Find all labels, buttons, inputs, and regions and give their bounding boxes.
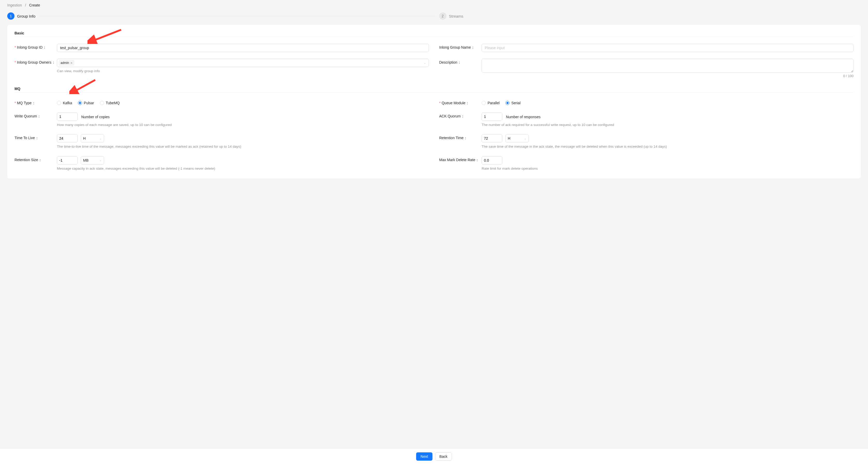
help-owners: Can view, modify group info	[57, 69, 429, 74]
input-retention-size[interactable]	[57, 156, 78, 165]
radio-serial[interactable]: Serial	[505, 101, 521, 105]
chevron-down-icon: ⌄	[524, 137, 526, 140]
field-queue-module: *Queue Module Parallel Serial	[439, 99, 854, 106]
label-retention-size: Retention Size	[14, 158, 42, 162]
field-group-name: Inlong Group Name	[439, 44, 854, 52]
label-ack-quorum: ACK Quorum	[439, 114, 465, 118]
label-owners: Inlong Group Owners	[17, 60, 55, 64]
label-retention-time: Retention Time	[439, 136, 467, 140]
field-description: Description 0 / 100	[439, 59, 854, 78]
field-max-mark-delete-rate: Max Mark Delete Rate Rate limit for mark…	[439, 156, 854, 171]
step-1-icon: 1	[7, 12, 14, 20]
section-basic-title: Basic	[14, 31, 854, 37]
select-retention-time-unit[interactable]: H ⌄	[505, 134, 529, 142]
hint-ack-quorum: Number of responses	[506, 115, 540, 119]
breadcrumb: Ingestion / Create	[0, 0, 868, 10]
steps: 1 Group Info 2 Streams	[0, 10, 868, 25]
step-2-title: Streams	[449, 14, 464, 19]
radio-group-queue-module: Parallel Serial	[482, 99, 521, 105]
select-ttl-unit[interactable]: H ⌄	[81, 134, 104, 142]
label-group-name: Inlong Group Name	[439, 45, 475, 49]
help-retention-time: The save time of the message in the ack …	[482, 144, 854, 149]
help-retention-size: Message capacity in ack state, messages …	[57, 166, 429, 171]
step-1[interactable]: 1 Group Info	[7, 12, 35, 20]
field-group-id: *Inlong Group ID	[14, 44, 429, 52]
input-retention-time[interactable]	[482, 134, 502, 142]
input-ttl[interactable]	[57, 134, 78, 142]
input-group-id[interactable]	[57, 44, 429, 52]
label-max-mark-delete-rate: Max Mark Delete Rate	[439, 158, 479, 162]
step-2[interactable]: 2 Streams	[439, 12, 464, 20]
field-retention-time: Retention Time H ⌄ The save time of the …	[439, 134, 854, 149]
section-mq-title: MQ	[14, 87, 854, 93]
input-max-mark-delete-rate[interactable]	[482, 156, 502, 165]
input-ack-quorum[interactable]	[482, 112, 502, 121]
radio-group-mq-type: Kafka Pulsar TubeMQ	[57, 99, 120, 105]
chevron-down-icon: ⌄	[99, 137, 102, 140]
field-owners: *Inlong Group Owners admin ✕ ⌄ Can view,…	[14, 59, 429, 78]
radio-tubemq[interactable]: TubeMQ	[100, 101, 120, 105]
breadcrumb-current: Create	[29, 3, 40, 7]
footer: Next Back	[0, 449, 868, 464]
label-group-id: Inlong Group ID	[17, 45, 46, 49]
hint-write-quorum: Number of copies	[81, 115, 110, 119]
form-card: Basic *Inlong Group ID Inlong Group Name…	[7, 25, 861, 178]
field-retention-size: Retention Size MB ⌄ Message capacity in …	[14, 156, 429, 171]
next-button[interactable]: Next	[416, 452, 432, 461]
field-ack-quorum: ACK Quorum Number of responses The numbe…	[439, 112, 854, 128]
chevron-down-icon: ⌄	[424, 61, 426, 65]
radio-parallel[interactable]: Parallel	[482, 101, 500, 105]
help-ttl: The time-to-live time of the message, me…	[57, 144, 429, 149]
label-description: Description	[439, 60, 461, 64]
input-group-name[interactable]	[482, 44, 854, 52]
breadcrumb-root[interactable]: Ingestion	[7, 3, 22, 7]
label-ttl: Time To Live	[14, 136, 39, 140]
field-write-quorum: Write Quorum Number of copies How many c…	[14, 112, 429, 128]
select-retention-size-unit[interactable]: MB ⌄	[81, 156, 104, 165]
textarea-description[interactable]	[482, 59, 854, 73]
help-write-quorum: How many copies of each message are save…	[57, 122, 429, 128]
field-ttl: Time To Live H ⌄ The time-to-live time o…	[14, 134, 429, 149]
step-2-icon: 2	[439, 12, 446, 20]
input-write-quorum[interactable]	[57, 112, 78, 121]
owner-tag-admin: admin ✕	[59, 60, 74, 66]
breadcrumb-separator: /	[25, 3, 26, 7]
label-queue-module: Queue Module	[441, 101, 469, 105]
radio-pulsar[interactable]: Pulsar	[78, 101, 94, 105]
label-write-quorum: Write Quorum	[14, 114, 41, 118]
help-ack-quorum: The number of ack required for a success…	[482, 122, 854, 128]
field-mq-type: *MQ Type Kafka Pulsar TubeMQ	[14, 99, 429, 106]
description-char-count: 0 / 100	[482, 74, 854, 78]
close-icon[interactable]: ✕	[70, 62, 72, 64]
chevron-down-icon: ⌄	[99, 159, 102, 162]
select-owners[interactable]: admin ✕ ⌄	[57, 59, 429, 67]
help-max-mark-delete-rate: Rate limit for mark delete operations	[482, 166, 854, 171]
step-1-title: Group Info	[17, 14, 35, 19]
label-mq-type: MQ Type	[17, 101, 35, 105]
back-button[interactable]: Back	[435, 452, 452, 461]
radio-kafka[interactable]: Kafka	[57, 101, 72, 105]
